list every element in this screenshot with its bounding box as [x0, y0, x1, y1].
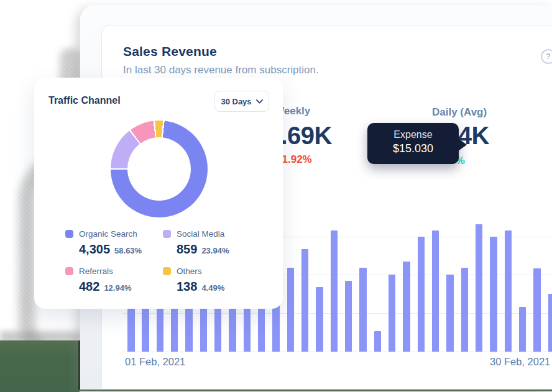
bar[interactable] [301, 249, 309, 352]
bar[interactable] [446, 275, 454, 352]
chevron-down-icon [256, 99, 263, 104]
legend-swatch-icon [163, 267, 171, 275]
period-dropdown-label: 30 Days [221, 97, 251, 106]
bar[interactable] [432, 230, 439, 352]
traffic-channel-card: Traffic Channel 30 Days Organic Search 4… [34, 78, 283, 309]
chart-axis-line [123, 352, 552, 352]
legend-label: Others [177, 267, 202, 276]
bar[interactable] [359, 268, 367, 352]
bar[interactable] [418, 237, 425, 352]
legend-pct: 12.94% [104, 283, 131, 293]
bar[interactable] [374, 331, 382, 352]
page: Sales Revenue In last 30 days revenue fr… [0, 0, 552, 392]
x-axis-end-label: 30 Feb, 2021 [490, 356, 550, 368]
legend-pct: 58.63% [114, 246, 142, 255]
page-title: Sales Revenue [123, 44, 217, 59]
bar[interactable] [505, 230, 512, 352]
bar[interactable] [519, 307, 527, 352]
help-icon[interactable]: ? [541, 49, 552, 64]
bar[interactable] [316, 287, 323, 352]
period-dropdown[interactable]: 30 Days [214, 91, 269, 112]
bar[interactable] [476, 224, 483, 352]
tooltip-title: Expense [367, 129, 459, 140]
x-axis-start-label: 01 Feb, 2021 [125, 356, 185, 368]
legend-value: 4,305 [79, 242, 110, 257]
legend-item: Organic Search 4,305 58.63% [65, 229, 159, 257]
bar[interactable] [345, 281, 352, 352]
legend-value: 482 [79, 280, 99, 294]
legend-pct: 23.94% [201, 246, 229, 255]
bar[interactable] [389, 275, 396, 352]
bar[interactable] [533, 268, 541, 352]
page-subtitle: In last 30 days revenue from subscriptio… [123, 64, 319, 76]
tooltip-value: $15.030 [367, 142, 459, 155]
bar[interactable] [490, 237, 497, 352]
legend-pct: 4.49% [201, 283, 224, 293]
bar[interactable] [548, 294, 552, 352]
bar[interactable] [287, 268, 295, 352]
legend-item: Others 138 4.49% [163, 267, 256, 294]
legend-swatch-icon [65, 230, 73, 238]
bar[interactable] [331, 230, 338, 352]
photo-background-plant [0, 340, 80, 392]
legend-swatch-icon [163, 230, 171, 238]
legend-swatch-icon [65, 267, 73, 275]
expense-tooltip: Expense $15.030 [367, 123, 459, 164]
legend-item: Social Media 859 23.94% [163, 229, 256, 257]
legend-value: 138 [177, 280, 197, 294]
legend-value: 859 [177, 242, 197, 257]
tooltip-arrow [458, 139, 467, 151]
stat-daily-label: Daily (Avg) [432, 106, 487, 119]
legend-item: Referrals 482 12.94% [65, 267, 159, 294]
bar[interactable] [403, 262, 410, 352]
donut-hole [127, 137, 191, 201]
traffic-channel-title: Traffic Channel [48, 95, 121, 106]
legend-label: Referrals [79, 267, 113, 276]
legend-label: Organic Search [79, 229, 137, 239]
legend-label: Social Media [177, 229, 224, 239]
bar[interactable] [461, 268, 469, 352]
